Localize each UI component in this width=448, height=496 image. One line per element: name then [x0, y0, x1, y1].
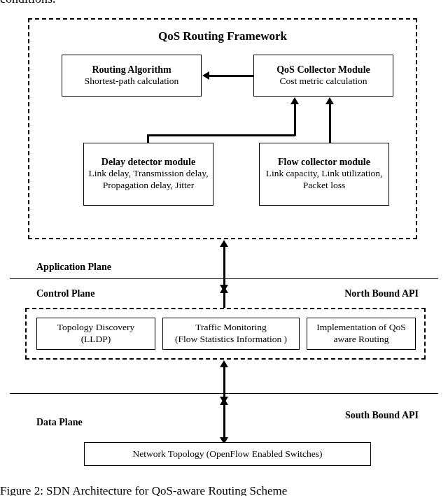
arrow-south-api-up — [220, 398, 228, 405]
topology-discovery-l1: Topology Discovery — [53, 322, 139, 334]
arrow-app-control-up — [220, 240, 228, 247]
arrow-flow-to-qos-head — [326, 97, 334, 104]
qos-aware-routing-box: Implementation of QoS aware Routing — [307, 318, 416, 350]
routing-algorithm-title: Routing Algorithm — [92, 64, 171, 76]
diagram-canvas: conditions. QoS Routing Framework Routin… — [0, 0, 448, 496]
data-plane-label: Data Plane — [36, 417, 83, 428]
traffic-monitoring-l1: Traffic Monitoring — [191, 322, 271, 334]
separator-control-data — [10, 393, 438, 394]
south-bound-api-label: South Bound API — [345, 410, 419, 421]
arrow-flow-to-qos — [329, 104, 331, 143]
separator-app-control — [10, 278, 438, 279]
arrow-qos-to-routing — [209, 75, 253, 77]
network-topology-box: Network Topology (OpenFlow Enabled Switc… — [84, 442, 371, 466]
topology-discovery-l2: (LLDP) — [77, 334, 115, 346]
arrow-qos-to-routing-head — [202, 71, 209, 80]
arrow-delay-to-qos-h — [147, 134, 295, 136]
network-topology-label: Network Topology (OpenFlow Enabled Switc… — [128, 448, 326, 460]
qos-collector-sub: Cost metric calculation — [275, 76, 371, 87]
delay-detector-box: Delay detector module Link delay, Transm… — [83, 143, 214, 206]
routing-algorithm-box: Routing Algorithm Shortest-path calculat… — [62, 55, 202, 97]
delay-detector-title: Delay detector module — [102, 157, 195, 168]
qos-aware-routing-l1: Implementation of QoS — [312, 322, 410, 334]
cropped-prev-text: conditions. — [0, 0, 56, 6]
routing-algorithm-sub: Shortest-path calculation — [80, 76, 183, 87]
flow-collector-box: Flow collector module Link capacity, Lin… — [259, 143, 389, 206]
traffic-monitoring-box: Traffic Monitoring (Flow Statistics Info… — [162, 318, 300, 350]
arrow-delay-to-qos-head — [290, 97, 299, 104]
flow-collector-sub: Link capacity, Link utilization, Packet … — [260, 168, 388, 192]
arrow-south-api — [223, 404, 225, 438]
framework-title: QoS Routing Framework — [29, 29, 416, 43]
qos-collector-box: QoS Collector Module Cost metric calcula… — [253, 55, 393, 97]
traffic-monitoring-l2: (Flow Statistics Information ) — [171, 334, 291, 346]
topology-discovery-box: Topology Discovery (LLDP) — [36, 318, 155, 350]
application-plane-label: Application Plane — [36, 262, 111, 273]
qos-framework-container: QoS Routing Framework — [28, 18, 417, 239]
figure-caption: Figure 2: SDN Architecture for QoS-aware… — [0, 484, 287, 496]
north-bound-api-label: North Bound API — [344, 288, 419, 299]
arrow-delay-to-qos-v2 — [294, 104, 296, 136]
qos-collector-title: QoS Collector Module — [276, 64, 370, 76]
arrow-control-data-up — [220, 360, 228, 367]
arrow-north-api-up — [220, 286, 228, 293]
flow-collector-title: Flow collector module — [278, 157, 370, 168]
delay-detector-sub: Link delay, Transmission delay, Propagat… — [84, 168, 213, 192]
control-plane-label: Control Plane — [36, 288, 94, 299]
qos-aware-routing-l2: aware Routing — [329, 334, 393, 346]
arrow-app-control — [223, 246, 225, 285]
